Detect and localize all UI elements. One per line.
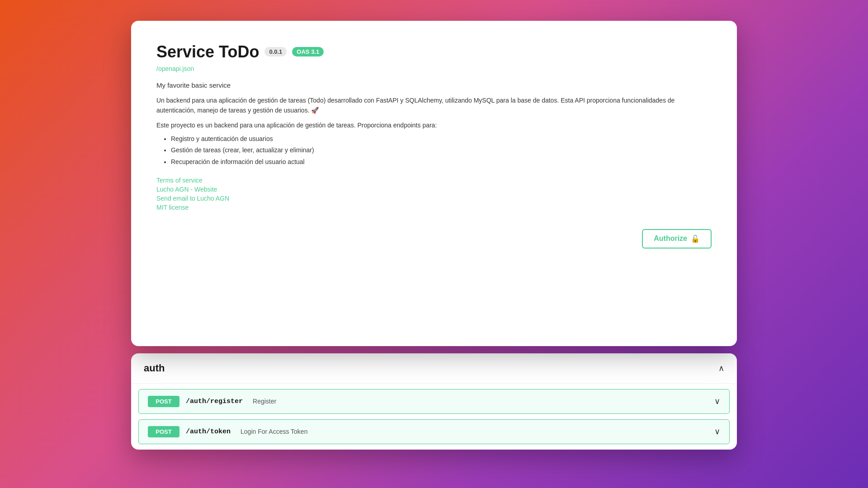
method-badge-register: POST bbox=[148, 396, 179, 407]
description-project: Este proyecto es un backend para una apl… bbox=[156, 122, 712, 129]
endpoint-path-token: /auth/token bbox=[186, 428, 231, 436]
main-card: Service ToDo 0.0.1 OAS 3.1 /openapi.json… bbox=[131, 21, 737, 346]
bullet-item: Recuperación de información del usuario … bbox=[171, 156, 712, 168]
endpoint-desc-token: Login For Access Token bbox=[241, 428, 307, 435]
links-section: Terms of service Lucho AGN - Website Sen… bbox=[156, 177, 712, 211]
header-row: Service ToDo 0.0.1 OAS 3.1 bbox=[156, 42, 712, 61]
authorize-row: Authorize 🔓 bbox=[156, 229, 712, 249]
endpoint-row-token[interactable]: POST /auth/token Login For Access Token … bbox=[138, 419, 730, 444]
auth-section-card: auth ∧ POST /auth/register Register ∨ PO… bbox=[131, 353, 737, 450]
collapse-icon[interactable]: ∧ bbox=[718, 363, 724, 373]
authorize-label: Authorize bbox=[654, 235, 687, 243]
website-link[interactable]: Lucho AGN - Website bbox=[156, 186, 712, 193]
endpoint-desc-register: Register bbox=[253, 398, 276, 405]
oas-badge: OAS 3.1 bbox=[292, 47, 324, 56]
terms-link[interactable]: Terms of service bbox=[156, 177, 712, 184]
expand-icon-register[interactable]: ∨ bbox=[714, 396, 720, 406]
bullet-item: Registro y autenticación de usuarios bbox=[171, 133, 712, 145]
method-badge-token: POST bbox=[148, 426, 179, 437]
bullet-item: Gestión de tareas (crear, leer, actualiz… bbox=[171, 145, 712, 156]
version-badge: 0.0.1 bbox=[264, 47, 287, 56]
authorize-button[interactable]: Authorize 🔓 bbox=[642, 229, 712, 249]
lock-icon: 🔓 bbox=[691, 235, 700, 243]
endpoint-left-token: POST /auth/token Login For Access Token bbox=[148, 426, 307, 437]
description-long: Un backend para una aplicación de gestió… bbox=[156, 95, 712, 116]
expand-icon-token[interactable]: ∨ bbox=[714, 427, 720, 436]
email-link[interactable]: Send email to Lucho AGN bbox=[156, 195, 712, 202]
endpoint-row-register[interactable]: POST /auth/register Register ∨ bbox=[138, 389, 730, 414]
openapi-link[interactable]: /openapi.json bbox=[156, 65, 712, 72]
auth-section-title: auth bbox=[144, 362, 165, 374]
page-wrapper: Service ToDo 0.0.1 OAS 3.1 /openapi.json… bbox=[131, 21, 737, 450]
bullet-list: Registro y autenticación de usuarios Ges… bbox=[156, 133, 712, 168]
license-link[interactable]: MIT license bbox=[156, 204, 712, 211]
app-title: Service ToDo bbox=[156, 42, 259, 61]
endpoint-left: POST /auth/register Register bbox=[148, 396, 276, 407]
endpoint-path-register: /auth/register bbox=[186, 398, 243, 405]
description-short: My favorite basic service bbox=[156, 81, 712, 89]
auth-section-header: auth ∧ bbox=[131, 353, 737, 384]
